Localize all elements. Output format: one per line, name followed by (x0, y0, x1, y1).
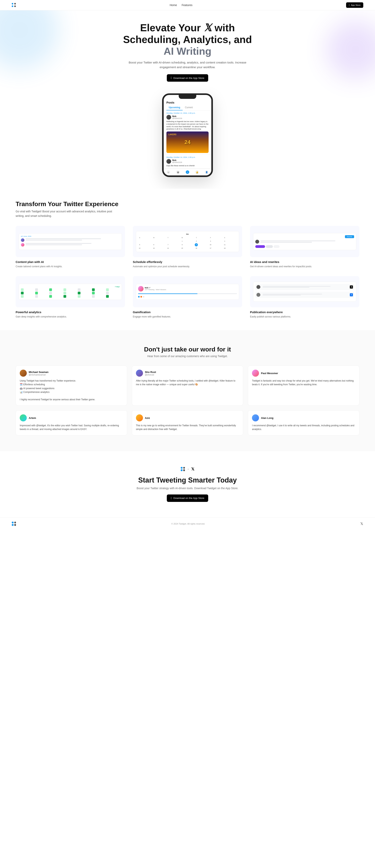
nav-home[interactable]: Home (170, 3, 177, 7)
phone-posts-header: Posts (164, 99, 211, 105)
cta-dot-3 (181, 469, 183, 471)
ai-chip-light (274, 245, 280, 248)
feature-card-analytics: 7 days (15, 276, 125, 318)
feature-card-gamification: Nick ✓ 137 Following · 300k Followers Ga… (133, 276, 242, 318)
an-cell-6 (92, 288, 95, 291)
feature-card-schedule: Mar S M T W T F S 1 2 3 (133, 226, 242, 268)
cal-day-12: 12 (138, 247, 141, 250)
phone-nav-doc-icon[interactable]: ▤ (176, 170, 180, 174)
hero-subtitle: Boost your Twitter with AI-driven schedu… (123, 60, 252, 69)
testimonial-user-aziz: Aziz (136, 414, 239, 422)
phone-notch (179, 95, 196, 99)
ai-line-1 (260, 241, 335, 241)
testimonials-header: Don't just take our word for it Hear fro… (15, 346, 360, 358)
ai-chip-purple (255, 245, 265, 248)
hero-cta-label: Download on the App Store (174, 76, 204, 80)
testimonial-avatar-sho (136, 370, 143, 377)
an-cell-7 (106, 288, 109, 291)
cal-header-t2: T (195, 236, 198, 239)
navbar: Home Features  App Store (0, 0, 375, 10)
nav-features[interactable]: Features (182, 3, 192, 7)
footer-logo[interactable] (12, 522, 16, 526)
an-cell-12 (78, 292, 81, 294)
gamif-user: Nick ✓ 137 Following · 300k Followers (138, 286, 237, 291)
an-cell-3 (49, 288, 52, 291)
footer-dot-1 (12, 522, 14, 524)
cal-day-17: 17 (209, 247, 212, 250)
ai-mock: Rewrite (253, 233, 356, 250)
feature-preview-ai: Rewrite (250, 226, 360, 257)
decorative-blob-1 (0, 10, 59, 69)
logo[interactable] (12, 3, 16, 7)
phone-screen: Posts Upcoming Current Monday, October 1… (164, 99, 211, 176)
cal-day-1: 1 (181, 240, 184, 243)
ai-user-lines (260, 241, 354, 243)
testimonial-text-alan: I recommend @twidget. I use it to write … (252, 424, 355, 431)
feature-preview-content-plan: ● 9 June, 2024 (15, 226, 125, 257)
an-cell-2 (35, 288, 38, 291)
phone-nav-home-icon[interactable]: ⌂ (166, 170, 170, 174)
cal-day-empty1 (138, 240, 141, 243)
footer-dot-3 (12, 524, 14, 526)
testimonial-user-sho: Sho Rust @shorust (136, 370, 239, 377)
cal-header-f: F (209, 236, 212, 239)
feature-title-schedule: Schedule effortlessly (133, 260, 242, 264)
nav-app-store-button[interactable]:  App Store (346, 2, 363, 8)
testimonial-card-paul: Paul Messmer Twidget is fantastic and wa… (248, 366, 360, 406)
cal-day-9-today: 9 (195, 243, 198, 246)
phone-tab-current[interactable]: Current (183, 105, 195, 111)
testimonial-text-sho: After trying literally all the major Twi… (136, 379, 239, 386)
testimonial-meta-michael: Michael Seaman @michaelseaman (29, 371, 49, 376)
hero-title: Elevate Your 𝕏 with Scheduling, Analytic… (123, 22, 252, 57)
nav-app-store-label: App Store (351, 4, 361, 6)
calendar-mock: Mar S M T W T F S 1 2 3 (136, 231, 239, 252)
jersey-number: 24 (184, 139, 190, 145)
hero-content: Elevate Your 𝕏 with Scheduling, Analytic… (119, 10, 256, 90)
ai-user-row (255, 240, 354, 244)
phone-mockup-wrapper: Posts Upcoming Current Monday, October 1… (0, 90, 375, 189)
gamif-progress-bar (138, 293, 197, 294)
pub-avatar-1 (256, 285, 260, 289)
phone-post2-date: Monday, October 14, 2024, 1:00 p.m. (166, 156, 209, 158)
phone-post1-date: Monday, October 12, 2024, 1:00 p.m. (166, 112, 209, 114)
hero-title-part2: with (215, 22, 235, 33)
testimonial-meta-paul: Paul Messmer (261, 372, 278, 375)
an-cell-8 (21, 292, 24, 294)
phone-nav-compose-icon[interactable]: + (186, 170, 189, 174)
phone-post-2: Monday, October 14, 2024, 1:00 p.m. Nick… (164, 155, 211, 169)
footer-dot-4 (14, 524, 16, 526)
phone-post-1: Monday, October 12, 2024, 1:00 p.m. Nick… (164, 111, 211, 155)
phone-tab-upcoming[interactable]: Upcoming (166, 105, 183, 111)
footer-twitter-icon[interactable]: 𝕏 (361, 522, 363, 526)
cta-store-button[interactable]:  Download on the App Store (167, 494, 208, 502)
an-cell-21 (106, 295, 109, 298)
testimonial-handle-sho: @shorust (145, 374, 156, 376)
footer-copyright: © 2024 Twidget. All rights reserved. (16, 523, 361, 525)
cal-header-s2: S (223, 236, 226, 239)
feature-title-ai: AI ideas and rewrites (250, 260, 360, 264)
analytics-mock: 7 days (19, 284, 122, 300)
testimonial-text-michael: Using Twidget has transformed my Twitter… (20, 379, 123, 401)
hero-cta-button[interactable]:  Download on the App Store (167, 74, 208, 82)
ai-chip-gray (266, 245, 273, 248)
testimonial-text-artem: Impressed with @twidget. It's the editor… (20, 424, 123, 431)
feature-desc-ai: Get AI-driven content ideas and rewrites… (250, 265, 360, 268)
an-cell-9 (35, 292, 38, 294)
cta-arrow-icon: → (187, 467, 190, 471)
testimonial-text-paul: Twidget is fantastic and way too cheap f… (252, 379, 355, 386)
gamif-dot-3 (143, 296, 144, 298)
pub-lines-2 (263, 294, 347, 296)
an-cell-17 (49, 295, 52, 298)
phone-nav-profile-icon[interactable]: 👤 (205, 170, 209, 174)
gamif-user-info: Nick ✓ 137 Following · 300k Followers (145, 287, 166, 290)
phone-post1-text: Reflecting on legends lost too soon. Kob… (166, 120, 209, 130)
apple-icon:  (171, 76, 172, 80)
testimonial-name-michael: Michael Seaman (29, 371, 49, 374)
pub-row-1: 𝕏 (255, 284, 354, 290)
an-cell-10 (49, 292, 52, 294)
phone-nav-bell-icon[interactable]: 🔔 (195, 170, 199, 174)
feature-desc-content-plan: Create tailored content plans with AI in… (15, 265, 125, 268)
an-cell-14 (106, 292, 109, 294)
cal-day-8: 8 (181, 243, 184, 246)
hero-title-highlight: AI Writing (164, 45, 212, 57)
